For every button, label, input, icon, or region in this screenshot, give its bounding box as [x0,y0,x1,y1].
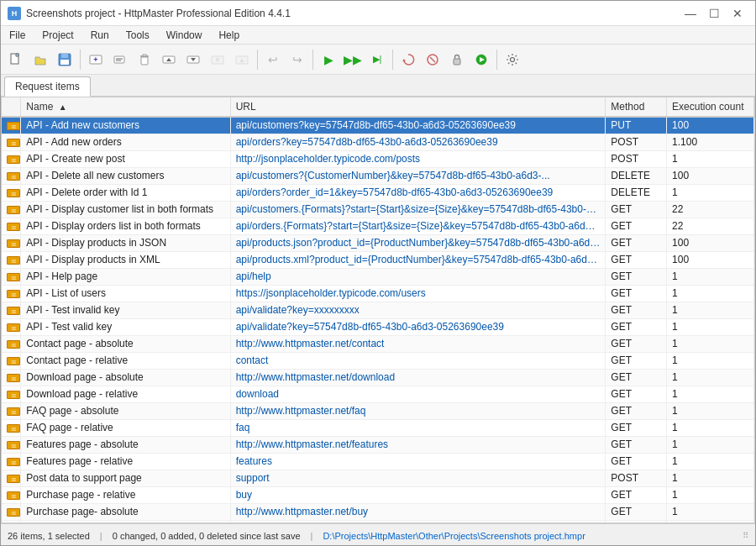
table-row[interactable]: ≡≡API - Test valid keyapi/validate?key=5… [2,318,754,335]
row-method: DELETE [606,167,667,184]
status-bar: 26 items, 1 selected | 0 changed, 0 adde… [1,523,755,546]
requests-table: Name ▲ URL Method Execution count ≡≡API … [2,97,754,522]
col-header-execcount[interactable]: Execution count [667,97,754,117]
clear-button[interactable] [421,48,444,71]
row-method: GET [606,419,667,436]
row-name: API - Test valid key [21,318,230,335]
row-url: api/validate?key=xxxxxxxxx [230,302,606,318]
row-icon-cell: ≡≡ [2,503,21,520]
table-row[interactable]: ≡≡API - Display products in JSONapi/prod… [2,234,754,251]
table-row[interactable]: ≡≡FAQ page - relativefaqGET1 [2,419,754,436]
close-button[interactable]: ✕ [727,4,748,23]
table-row[interactable]: ≡≡Download page - relativedownloadGET1 [2,386,754,402]
row-icon-cell: ≡≡ [2,453,21,470]
request-type-icon: ≡≡ [7,122,20,130]
table-row[interactable]: ≡≡API - Display products in XMLapi/produ… [2,251,754,268]
add-request-button[interactable]: + [84,48,108,71]
menu-file[interactable]: File [1,26,34,44]
reset-button[interactable] [396,48,420,71]
table-row[interactable]: ≡≡Features page - absolutehttp://www.htt… [2,436,754,453]
status-separator-2: | [311,531,313,541]
row-method: GET [606,453,667,470]
row-execcount: 1 [667,268,754,285]
row-url: http://www.httpmaster.net/contact [230,335,606,352]
col-header-url[interactable]: URL [230,97,606,117]
edit-button[interactable] [108,48,132,71]
row-method: GET [606,268,667,285]
row-name: API - Help page [21,268,230,285]
row-url: buy [230,486,606,503]
row-name: API - Add new customers [21,117,230,134]
col-header-method[interactable]: Method [606,97,667,117]
move-up-button[interactable] [157,48,181,71]
undo-button: ↩ [261,48,285,71]
row-url: http://jsonplaceholder.typicode.com/post… [230,150,606,167]
row-url: api/customers?{CustomerNumber}&key=57547… [230,167,606,184]
new-button[interactable] [4,48,28,71]
row-name: Features page - relative [21,453,230,470]
settings-button[interactable] [501,48,524,71]
table-row[interactable]: ≡≡API - Create new posthttp://jsonplaceh… [2,150,754,167]
table-row[interactable]: ≡≡API - Add new customersapi/customers?k… [2,117,754,134]
table-row[interactable]: ≡≡Purchase page - relativebuyGET1 [2,486,754,503]
table-row[interactable]: ≡≡API - Delete order with Id 1api/orders… [2,184,754,201]
lock-button[interactable] [445,48,469,71]
row-method: GET [606,234,667,251]
row-url [230,520,606,522]
toolbar-separator-1 [80,50,81,70]
col-header-icon[interactable] [2,97,21,117]
row-name: Download page - absolute [21,369,230,386]
table-row[interactable]: ≡≡Post data to support pagesupportPOST1 [2,470,754,486]
table-row[interactable]: ≡≡API - Delete all new customersapi/cust… [2,167,754,184]
delete-button[interactable] [133,48,156,71]
svg-text:▼: ▼ [214,56,221,64]
table-row[interactable]: ≡≡Contact page - absolutehttp://www.http… [2,335,754,352]
table-row[interactable]: ≡≡FAQ page - absolutehttp://www.httpmast… [2,402,754,419]
table-row[interactable]: ≡≡API - Add new ordersapi/orders?key=575… [2,134,754,150]
move-down-button[interactable] [181,48,205,71]
row-method: GET [606,503,667,520]
row-icon-cell: ≡≡ [2,318,21,335]
run-all-button[interactable]: ▶▶ [341,48,365,71]
table-row[interactable]: ≡≡API - Help pageapi/helpGET1 [2,268,754,285]
menu-run[interactable]: Run [82,26,118,44]
table-row[interactable]: ≡≡Download page - absolutehttp://www.htt… [2,369,754,386]
row-url: features [230,453,606,470]
row-method: GET [606,386,667,402]
table-row[interactable]: ≡≡API - Display orders list in both form… [2,218,754,234]
col-header-name[interactable]: Name ▲ [21,97,230,117]
request-type-icon: ≡≡ [7,256,20,265]
row-url: faq [230,419,606,436]
table-header-row: Name ▲ URL Method Execution count [2,97,754,117]
menu-project[interactable]: Project [34,26,81,44]
table-row[interactable]: ≡≡API - List of usershttps://jsonplaceho… [2,285,754,302]
table-row[interactable]: ≡≡Purchase page- absolutehttp://www.http… [2,503,754,520]
tab-request-items[interactable]: Request items [4,76,91,97]
row-method: GET [606,201,667,218]
row-icon-cell: ≡≡ [2,285,21,302]
run-selected-button[interactable]: ▶| [365,48,389,71]
table-row[interactable]: ≡≡API - Display customer list in both fo… [2,201,754,218]
row-method: GET [606,369,667,386]
table-row[interactable]: ≡≡Features page - relativefeaturesGET1 [2,453,754,470]
menu-tools[interactable]: Tools [118,26,158,44]
row-name: API - Create new post [21,150,230,167]
save-button[interactable] [53,48,76,71]
maximize-button[interactable]: ☐ [703,4,725,23]
row-url: https://jsonplaceholder.typicode.com/use… [230,285,606,302]
table-row[interactable]: ≡≡API - Test invalid keyapi/validate?key… [2,302,754,318]
toolbar-separator-3 [312,50,313,70]
open-button[interactable] [29,48,52,71]
row-method: GET [606,486,667,503]
row-url: api/products.xml?product_id={ProductNumb… [230,251,606,268]
minimize-button[interactable]: — [680,4,701,23]
menu-window[interactable]: Window [158,26,211,44]
table-row[interactable]: ≡≡Contact page - relativecontactGET1 [2,352,754,369]
table-row[interactable]: ≡≡Test root pageGET1 [2,520,754,522]
play-media-button[interactable] [470,48,493,71]
status-file-path[interactable]: D:\Projects\HttpMaster\Other\Projects\Sc… [323,531,585,541]
row-name: API - Display customer list in both form… [21,201,230,218]
table-container[interactable]: Name ▲ URL Method Execution count ≡≡API … [2,97,754,522]
run-button[interactable]: ▶ [317,48,340,71]
menu-help[interactable]: Help [210,26,248,44]
